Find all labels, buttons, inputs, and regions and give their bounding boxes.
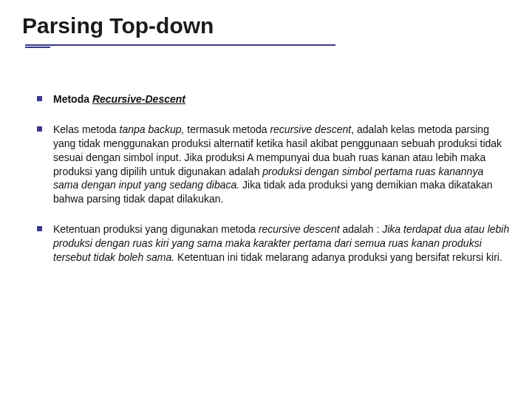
b2-i2: recursive descent [270, 123, 351, 135]
bullet-list: Metoda Recursive-Descent Kelas metoda ta… [22, 92, 510, 265]
b3-t1: Ketentuan produksi yang digunakan metoda [53, 223, 259, 235]
b2-t1: Kelas metoda [53, 123, 120, 135]
slide-container: Parsing Top-down Metoda Recursive-Descen… [0, 0, 532, 296]
b3-i1: recursive descent [259, 223, 343, 235]
b2-t2: termasuk metoda [187, 123, 270, 135]
bullet1-term: Recursive-Descent [92, 93, 185, 105]
slide-title: Parsing Top-down [22, 13, 510, 38]
bullet-item-3: Ketentuan produksi yang digunakan metoda… [35, 222, 510, 265]
b2-i1: tanpa backup, [120, 123, 188, 135]
bullet1-label: Metoda [53, 93, 92, 105]
title-divider [25, 44, 510, 48]
b3-t3: Ketentuan ini tidak melarang adanya prod… [177, 251, 502, 263]
bullet-item-2: Kelas metoda tanpa backup, termasuk meto… [35, 123, 510, 206]
b3-t2: adalah : [342, 223, 382, 235]
bullet-item-1: Metoda Recursive-Descent [35, 92, 510, 106]
